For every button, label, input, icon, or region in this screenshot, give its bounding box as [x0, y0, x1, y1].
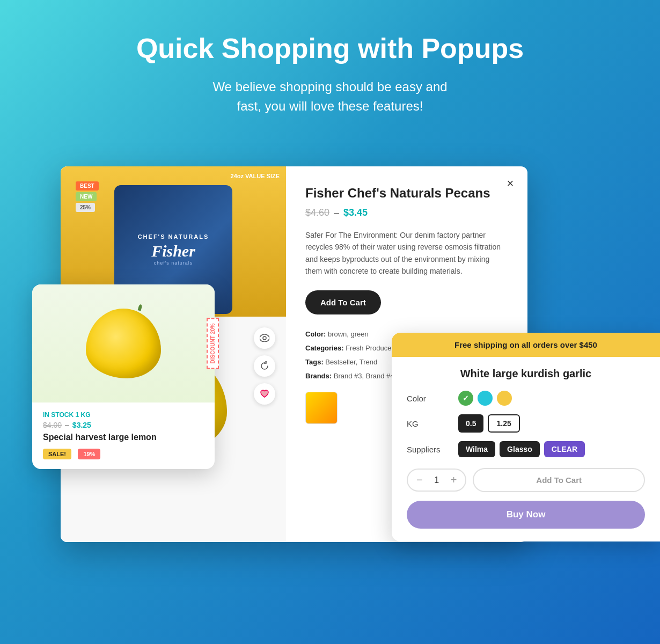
- tags-value: Bestseller, Trend: [325, 358, 377, 366]
- add-to-cart-button[interactable]: Add To Cart: [305, 290, 381, 314]
- garlic-body: White large kurdish garlic Color KG 0.5 …: [392, 357, 660, 457]
- badge-sale: SALE!: [43, 449, 71, 459]
- tags-label: Tags:: [305, 358, 324, 366]
- in-stock-label: IN STOCK 1 KG: [43, 411, 204, 419]
- close-button[interactable]: ×: [502, 175, 519, 192]
- suppliers-attribute-row: Suppliers Wilma Glasso CLEAR: [407, 441, 645, 457]
- thumbnail-1[interactable]: [305, 392, 338, 424]
- brands-label: Brands:: [305, 372, 332, 380]
- color-teal[interactable]: [478, 391, 493, 406]
- small-product-card: DISCOUNT 20% IN STOCK 1 KG $4.00 – $3.25…: [32, 284, 215, 469]
- hero-title: Quick Shopping with Popups: [11, 32, 649, 64]
- fisher-logo: Fisher: [151, 242, 195, 260]
- color-options: [458, 391, 512, 406]
- color-attribute-label: Color: [407, 394, 450, 403]
- discount-ribbon: DISCOUNT 20%: [207, 318, 219, 369]
- garlic-add-to-cart-button[interactable]: Add To Cart: [473, 468, 645, 492]
- garlic-qty-control: − 1 +: [407, 469, 466, 492]
- color-yellow[interactable]: [497, 391, 512, 406]
- garlic-qty-plus[interactable]: +: [451, 474, 457, 486]
- product-description: Safer For The Environment: Our denim fac…: [305, 229, 508, 277]
- badge-discount-percent: 25%: [76, 203, 95, 212]
- supplier-wilma-button[interactable]: Wilma: [458, 441, 495, 457]
- action-icons: [254, 327, 275, 405]
- price-dash: –: [334, 207, 339, 218]
- kg-attribute-row: KG 0.5 1.25: [407, 414, 645, 433]
- categories-label: Categories:: [305, 344, 344, 352]
- small-lemon: [86, 309, 161, 378]
- small-price-dash: –: [65, 421, 69, 429]
- small-lemon-stem: [138, 304, 143, 311]
- refresh-icon[interactable]: [254, 355, 275, 377]
- buy-now-button[interactable]: Buy Now: [407, 501, 645, 529]
- garlic-qty-value: 1: [431, 475, 442, 485]
- product-price: $4.60 – $3.45: [305, 207, 508, 218]
- badge-new: NEW: [76, 192, 97, 201]
- wishlist-icon[interactable]: [254, 383, 275, 405]
- badge-best: BEST: [76, 181, 99, 191]
- hero-subtitle: We believe shopping should be easy and f…: [11, 77, 649, 116]
- small-price-old: $4.00: [43, 421, 62, 429]
- in-stock-text: IN STOCK: [43, 411, 74, 419]
- svg-point-0: [260, 334, 269, 342]
- in-stock-qty: 1 KG: [75, 411, 90, 419]
- hero-section: Quick Shopping with Popups We believe sh…: [0, 0, 660, 137]
- small-card-badges: SALE! 19%: [43, 449, 204, 458]
- garlic-actions: − 1 + Add To Cart: [392, 468, 660, 492]
- fisher-bag-text: chef's naturals: [138, 233, 209, 240]
- color-value: brown, green: [328, 330, 369, 338]
- suppliers-attribute-label: Suppliers: [407, 445, 450, 454]
- kg-05-button[interactable]: 0.5: [458, 414, 483, 433]
- small-card-body: IN STOCK 1 KG $4.00 – $3.25 Special harv…: [32, 402, 215, 458]
- fisher-value-text: 24oz VALUE SIZE: [231, 173, 280, 179]
- svg-point-1: [263, 336, 266, 340]
- price-new: $3.45: [343, 207, 368, 218]
- color-label: Color:: [305, 330, 326, 338]
- small-card-title: Special harvest large lemon: [43, 433, 204, 442]
- kg-attribute-label: KG: [407, 419, 450, 428]
- color-green[interactable]: [458, 391, 473, 406]
- supplier-glasso-button[interactable]: Glasso: [500, 441, 540, 457]
- small-card-price: $4.00 – $3.25: [43, 421, 204, 429]
- garlic-qty-minus[interactable]: −: [416, 474, 423, 486]
- kg-125-button[interactable]: 1.25: [488, 414, 519, 433]
- product-name: Fisher Chef's Naturals Pecans: [305, 186, 508, 201]
- small-price-new: $3.25: [72, 421, 91, 429]
- hero-subtitle-line2: fast, you will love these features!: [237, 99, 423, 113]
- free-shipping-bar: Free shipping on all orders over $450: [392, 333, 660, 357]
- fisher-sub: chef's naturals: [154, 260, 193, 266]
- supplier-options: Wilma Glasso CLEAR: [458, 441, 585, 457]
- garlic-product-popup: Free shipping on all orders over $450 Wh…: [392, 333, 660, 541]
- view-icon[interactable]: [254, 327, 275, 349]
- hero-subtitle-line1: We believe shopping should be easy and: [212, 79, 447, 94]
- badge-percent: 19%: [78, 449, 100, 459]
- price-old: $4.60: [305, 207, 329, 218]
- clear-button[interactable]: CLEAR: [544, 441, 585, 457]
- kg-options: 0.5 1.25: [458, 414, 520, 433]
- garlic-product-title: White large kurdish garlic: [407, 368, 645, 380]
- small-card-image: DISCOUNT 20%: [32, 284, 215, 402]
- color-attribute-row: Color: [407, 391, 645, 406]
